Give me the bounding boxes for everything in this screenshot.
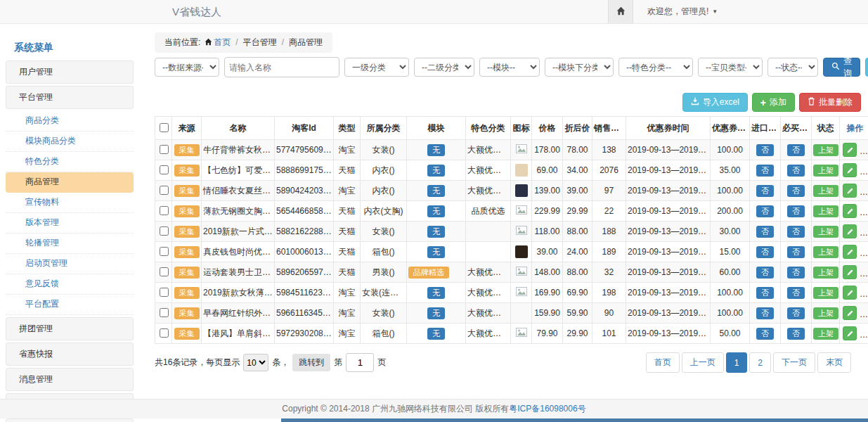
module-badge: 无	[427, 287, 445, 299]
must-buy-badge: 否	[787, 144, 805, 156]
select-all-checkbox[interactable]	[160, 123, 169, 132]
column-header: 销售数量	[592, 117, 626, 140]
page-button[interactable]: 1	[726, 352, 748, 373]
sidebar-subitem[interactable]: 宣传物料	[6, 193, 134, 213]
home-button[interactable]	[608, 0, 633, 23]
row-select-cell	[155, 283, 172, 303]
icp-link[interactable]: 粤ICP备16098006号	[509, 403, 585, 415]
page-button[interactable]: 下一页	[773, 352, 815, 373]
ops-cell	[840, 160, 868, 181]
breadcrumb-home-link[interactable]: 首页	[214, 37, 231, 47]
filter-select[interactable]: --模块--	[479, 58, 540, 77]
row-checkbox[interactable]	[160, 226, 169, 236]
source-badge: 采集	[174, 185, 200, 197]
row-checkbox[interactable]	[160, 165, 169, 174]
page-button[interactable]: 末页	[817, 352, 851, 373]
sidebar-subitem[interactable]: 商品分类	[6, 111, 134, 132]
page-button[interactable]: 上一页	[682, 352, 724, 373]
edit-button[interactable]	[843, 245, 857, 259]
edit-button[interactable]	[843, 163, 857, 177]
import-select-cell: 否	[750, 324, 781, 344]
user-menu[interactable]: 欢迎您，管理员! ▼	[633, 0, 718, 23]
taoke-id-cell: 601000601341	[275, 242, 334, 262]
must-buy-badge: 否	[787, 328, 805, 340]
filter-select[interactable]: --模块下分类--	[545, 58, 614, 77]
filter-select[interactable]: 一级分类	[344, 58, 409, 77]
sidebar-subitem[interactable]: 启动页管理	[6, 254, 134, 274]
source-badge: 采集	[174, 205, 200, 217]
sidebar-subitem[interactable]: 商品管理	[6, 172, 134, 193]
edit-button[interactable]	[843, 184, 857, 198]
filter-select[interactable]: --特色分类--	[618, 58, 693, 77]
price-cell: 148.00	[532, 262, 563, 283]
jump-button[interactable]: 跳转到	[292, 354, 330, 371]
table-row: 采集薄款无钢圈文胸聚拢性...565446685867天猫内衣(文胸)无品质优选…	[155, 201, 868, 222]
column-header: 特色分类	[466, 117, 511, 140]
sidebar-item[interactable]: 拼团管理	[6, 317, 134, 340]
per-page-select[interactable]: 10	[243, 354, 268, 371]
row-checkbox[interactable]	[160, 247, 169, 256]
status-badge: 上架	[813, 165, 838, 177]
sidebar-subitem[interactable]: 版本管理	[6, 213, 134, 234]
sidebar-item[interactable]: 用户管理	[6, 60, 134, 84]
sidebar-item[interactable]: 消息管理	[6, 368, 134, 391]
edit-button[interactable]	[843, 204, 857, 218]
row-checkbox[interactable]	[160, 288, 169, 297]
row-checkbox[interactable]	[160, 308, 169, 317]
row-checkbox[interactable]	[160, 267, 169, 276]
sidebar-subitem[interactable]: 轮播管理	[6, 234, 134, 254]
icon-cell	[511, 140, 532, 160]
source-badge: 采集	[174, 267, 200, 279]
sidebar-subitem[interactable]: 特色分类	[6, 152, 134, 172]
sidebar-item[interactable]: 平台管理	[6, 86, 134, 109]
edit-button[interactable]	[843, 265, 857, 279]
row-checkbox[interactable]	[160, 186, 169, 195]
edit-button[interactable]	[843, 224, 857, 238]
filter-select[interactable]: --宝贝类型--	[698, 58, 763, 77]
edit-button[interactable]	[843, 143, 857, 157]
status-badge: 上架	[813, 185, 838, 197]
column-header: 图标	[511, 117, 532, 140]
import-icon	[691, 97, 699, 108]
search-button[interactable]: 查询	[823, 58, 860, 77]
name-search-input[interactable]	[224, 57, 339, 77]
must-buy-cell: 否	[781, 324, 812, 344]
edit-button[interactable]	[843, 326, 857, 340]
source-cell: 采集	[172, 283, 202, 303]
icon-cell	[511, 283, 532, 303]
import-excel-button[interactable]: 导入excel	[682, 93, 748, 112]
sidebar-subitem[interactable]: 意见反馈	[6, 274, 134, 295]
price-cell: 178.00	[532, 140, 563, 160]
reset-button[interactable]: 重置	[865, 58, 868, 77]
sidebar-subitem[interactable]: 模块商品分类	[6, 132, 134, 152]
page-button[interactable]: 2	[749, 352, 771, 373]
batch-delete-button[interactable]: 批量删除	[799, 93, 861, 112]
sidebar-item[interactable]: 省惠快报	[6, 343, 134, 366]
edit-button[interactable]	[843, 306, 857, 320]
edit-button[interactable]	[843, 286, 857, 300]
source-cell: 采集	[172, 242, 202, 262]
import-select-badge: 否	[756, 328, 774, 340]
filter-select[interactable]: --二级分类--	[414, 58, 474, 77]
import-select-badge: 否	[756, 287, 774, 299]
status-badge: 上架	[813, 287, 838, 299]
must-buy-cell: 否	[781, 222, 812, 242]
filter-select[interactable]: --数据来源--	[155, 58, 219, 77]
status-badge: 上架	[813, 307, 838, 319]
category-cell: 女装(连衣裙)	[361, 283, 407, 303]
sidebar-subitem[interactable]: 平台配置	[6, 295, 134, 315]
row-checkbox[interactable]	[160, 145, 169, 154]
add-button[interactable]: + 添加	[752, 93, 795, 112]
page-number-input[interactable]	[346, 353, 374, 372]
page-button[interactable]: 首页	[646, 352, 680, 373]
status-cell: 上架	[812, 324, 840, 344]
price-cell: 139.00	[532, 181, 563, 201]
row-checkbox[interactable]	[160, 206, 169, 215]
sales-cell: 198	[592, 283, 626, 303]
sidebar-item[interactable]: 兑换管理	[6, 418, 134, 422]
row-checkbox[interactable]	[160, 328, 169, 338]
type-cell: 天猫	[334, 242, 361, 262]
import-select-cell: 否	[750, 181, 781, 201]
filter-select[interactable]: --状态--	[767, 58, 818, 77]
module-badge: 无	[427, 144, 445, 156]
